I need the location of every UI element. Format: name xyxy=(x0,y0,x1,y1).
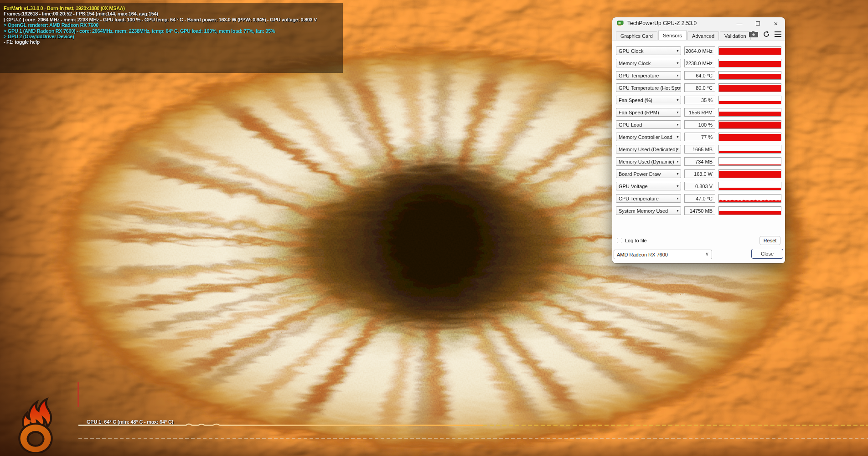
sensor-select[interactable]: Memory Used (Dynamic)▼ xyxy=(616,157,681,166)
sensor-label: GPU Voltage xyxy=(619,184,648,189)
sensor-select[interactable]: GPU Voltage▼ xyxy=(616,182,681,190)
sensor-row: Board Power Draw▼163.0 W xyxy=(616,169,781,178)
dropdown-arrow-icon: ▼ xyxy=(676,135,679,138)
sensor-history-graph xyxy=(718,96,781,104)
chevron-down-icon: ∨ xyxy=(705,251,709,257)
sensor-row: Memory Controller Load▼77 % xyxy=(616,133,781,141)
sensor-select[interactable]: Fan Speed (%)▼ xyxy=(616,96,681,104)
sensor-select[interactable]: GPU Load▼ xyxy=(616,120,681,129)
sensor-row: GPU Temperature▼64.0 °C xyxy=(616,71,781,80)
maximize-icon xyxy=(756,21,760,26)
sensor-history-graph xyxy=(718,194,781,203)
sensor-label: Board Power Draw xyxy=(619,171,661,177)
sensor-select[interactable]: System Memory Used▼ xyxy=(616,206,681,215)
log-to-file-label: Log to file xyxy=(625,238,647,243)
graph-fill xyxy=(719,188,781,190)
sensor-row: Fan Speed (%)▼35 % xyxy=(616,96,781,104)
graph-fill xyxy=(719,74,781,79)
graph-fill xyxy=(719,211,781,215)
dropdown-arrow-icon: ▼ xyxy=(676,61,679,65)
tab-graphics-card[interactable]: Graphics Card xyxy=(616,31,657,40)
sensor-value: 2064.0 MHz xyxy=(684,46,715,55)
graph-fill xyxy=(719,101,781,104)
sensor-history-graph xyxy=(718,145,781,154)
window-title: TechPowerUp GPU-Z 2.53.0 xyxy=(627,20,697,26)
sensor-select[interactable]: GPU Temperature▼ xyxy=(616,71,681,80)
sensor-select[interactable]: Memory Clock▼ xyxy=(616,59,681,67)
sensor-value: 734 MB xyxy=(684,157,715,166)
graph-fill xyxy=(719,48,781,55)
sensor-value: 35 % xyxy=(684,96,715,104)
tab-validation[interactable]: Validation xyxy=(720,31,751,40)
sensor-value: 80.0 °C xyxy=(684,83,715,92)
dropdown-arrow-icon: ▼ xyxy=(676,209,679,212)
close-window-button[interactable]: × xyxy=(767,17,785,29)
dropdown-arrow-icon: ▼ xyxy=(676,148,679,151)
dropdown-arrow-icon: ▼ xyxy=(676,86,679,89)
graph-fill xyxy=(719,164,781,165)
furmark-osd-lines: FurMark v1.31.0.0 - Burn-in test, 1920x1… xyxy=(4,5,341,45)
sensor-history-graph xyxy=(718,169,781,178)
menu-icon[interactable] xyxy=(775,31,781,37)
sensor-history-graph xyxy=(718,83,781,92)
sensor-history-graph xyxy=(718,120,781,129)
sensor-value: 64.0 °C xyxy=(684,71,715,80)
close-button[interactable]: Close xyxy=(751,249,783,259)
sensor-row: GPU Load▼100 % xyxy=(616,120,781,129)
sensor-label: GPU Load xyxy=(619,122,642,128)
sensor-select[interactable]: CPU Temperature▼ xyxy=(616,194,681,203)
sensor-history-graph xyxy=(718,46,781,55)
sensor-label: GPU Temperature (Hot Spot) xyxy=(619,85,681,91)
reset-button[interactable]: Reset xyxy=(760,236,780,245)
dropdown-arrow-icon: ▼ xyxy=(676,49,679,52)
sensor-value: 0.803 V xyxy=(684,182,715,190)
sensor-label: Memory Controller Load xyxy=(619,134,672,140)
tab-advanced[interactable]: Advanced xyxy=(687,31,719,40)
device-select-value: AMD Radeon RX 7600 xyxy=(617,252,668,257)
sensor-select[interactable]: Memory Used (Dedicated)▼ xyxy=(616,145,681,154)
sensor-label: GPU Temperature xyxy=(619,73,659,78)
dropdown-arrow-icon: ▼ xyxy=(676,160,679,163)
sensor-history-graph xyxy=(718,182,781,190)
log-to-file-checkbox[interactable] xyxy=(617,238,622,243)
sensor-row: GPU Clock▼2064.0 MHz xyxy=(616,46,781,55)
sensor-history-graph xyxy=(718,59,781,67)
furmark-osd-panel: FurMark v1.31.0.0 - Burn-in test, 1920x1… xyxy=(0,3,343,73)
sensor-value: 1556 RPM xyxy=(684,108,715,117)
tab-sensors[interactable]: Sensors xyxy=(658,30,687,40)
sensors-tab-page: GPU Clock▼2064.0 MHzMemory Clock▼2238.0 … xyxy=(612,40,785,263)
sensor-select[interactable]: GPU Clock▼ xyxy=(616,46,681,55)
sensor-label: GPU Clock xyxy=(619,48,643,54)
refresh-icon[interactable] xyxy=(763,31,770,37)
screenshot-camera-icon[interactable] xyxy=(749,31,758,37)
maximize-button[interactable] xyxy=(749,17,767,29)
dropdown-arrow-icon: ▼ xyxy=(676,197,679,200)
furmark-osd-line: - F1: toggle help xyxy=(4,39,341,45)
sensor-label: Memory Used (Dynamic) xyxy=(619,159,674,164)
sensor-row: GPU Voltage▼0.803 V xyxy=(616,182,781,190)
dropdown-arrow-icon: ▼ xyxy=(676,123,679,126)
furmark-osd-line: > OpenGL renderer: AMD Radeon RX 7600 xyxy=(4,22,341,28)
sensor-select[interactable]: Fan Speed (RPM)▼ xyxy=(616,108,681,117)
furmark-osd-line: > GPU 1 (AMD Radeon RX 7600) - core: 206… xyxy=(4,28,341,34)
dropdown-arrow-icon: ▼ xyxy=(676,111,679,114)
sensor-history-graph xyxy=(718,157,781,166)
graph-fill xyxy=(719,61,781,67)
furmark-burnin-screen: FurMark v1.31.0.0 - Burn-in test, 1920x1… xyxy=(0,0,868,456)
sensor-select[interactable]: Board Power Draw▼ xyxy=(616,169,681,178)
sensor-select[interactable]: GPU Temperature (Hot Spot)▼ xyxy=(616,83,681,92)
sensor-row: Fan Speed (RPM)▼1556 RPM xyxy=(616,108,781,117)
sensor-row: Memory Clock▼2238.0 MHz xyxy=(616,59,781,67)
graph-fill xyxy=(719,112,781,116)
sensor-label: System Memory Used xyxy=(619,208,668,214)
gpuz-titlebar[interactable]: TechPowerUp GPU-Z 2.53.0 — × xyxy=(612,17,785,29)
sensor-value: 1665 MB xyxy=(684,145,715,154)
sensor-label: CPU Temperature xyxy=(619,196,659,201)
sensor-value: 77 % xyxy=(684,133,715,141)
sensor-select[interactable]: Memory Controller Load▼ xyxy=(616,133,681,141)
minimize-button[interactable]: — xyxy=(730,17,749,29)
furmark-osd-line: FurMark v1.31.0.0 - Burn-in test, 1920x1… xyxy=(4,5,341,11)
device-select[interactable]: AMD Radeon RX 7600 ∨ xyxy=(614,250,712,259)
sensor-row: GPU Temperature (Hot Spot)▼80.0 °C xyxy=(616,83,781,92)
sensor-row: Memory Used (Dedicated)▼1665 MB xyxy=(616,145,781,154)
